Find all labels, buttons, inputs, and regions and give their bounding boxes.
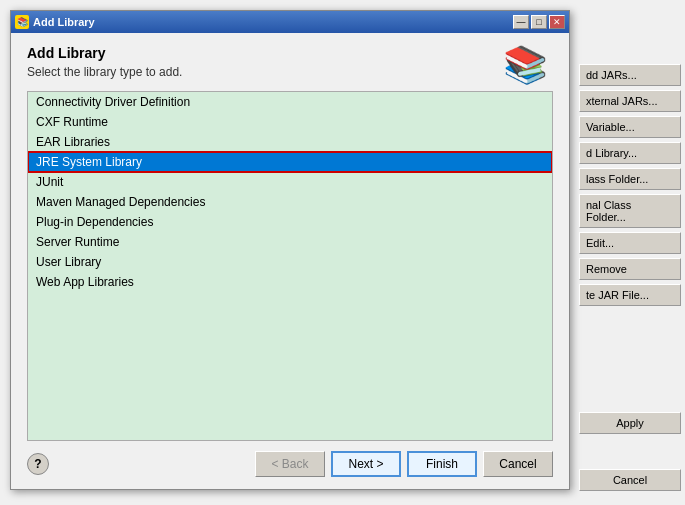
external-jars-button[interactable]: xternal JARs... xyxy=(579,90,681,112)
remove-button[interactable]: Remove xyxy=(579,258,681,280)
library-list-item[interactable]: Server Runtime xyxy=(28,232,552,252)
variable-button[interactable]: Variable... xyxy=(579,116,681,138)
close-button[interactable]: ✕ xyxy=(549,15,565,29)
library-list[interactable]: Connectivity Driver DefinitionCXF Runtim… xyxy=(27,91,553,441)
library-list-item[interactable]: Maven Managed Dependencies xyxy=(28,192,552,212)
footer-buttons: < Back Next > Finish Cancel xyxy=(255,451,553,477)
right-cancel-button[interactable]: Cancel xyxy=(579,469,681,491)
dialog-content: Add Library Select the library type to a… xyxy=(11,33,569,489)
dialog-header: Add Library Select the library type to a… xyxy=(27,45,553,79)
add-jars-button[interactable]: dd JARs... xyxy=(579,64,681,86)
dialog-subtitle: Select the library type to add. xyxy=(27,65,553,79)
library-list-item[interactable]: Web App Libraries xyxy=(28,272,552,292)
dialog-title-text: Add Library xyxy=(33,16,95,28)
apply-button-area: Apply xyxy=(575,408,685,438)
library-list-item[interactable]: JUnit xyxy=(28,172,552,192)
next-button[interactable]: Next > xyxy=(331,451,401,477)
title-bar-left: 📚 Add Library xyxy=(15,15,95,29)
edit-button[interactable]: Edit... xyxy=(579,232,681,254)
title-controls: — □ ✕ xyxy=(513,15,565,29)
add-library-dialog: 📚 Add Library — □ ✕ Add Library Select t… xyxy=(10,10,570,490)
right-panel: dd JARs... xternal JARs... Variable... d… xyxy=(575,60,685,310)
right-cancel-area: Cancel xyxy=(575,465,685,495)
library-icon: 📚 xyxy=(501,41,549,89)
library-list-item[interactable]: User Library xyxy=(28,252,552,272)
dialog-title-bar: 📚 Add Library — □ ✕ xyxy=(11,11,569,33)
help-button[interactable]: ? xyxy=(27,453,49,475)
maximize-button[interactable]: □ xyxy=(531,15,547,29)
library-list-item[interactable]: JRE System Library xyxy=(28,152,552,172)
footer-left: ? xyxy=(27,453,49,475)
library-list-item[interactable]: Plug-in Dependencies xyxy=(28,212,552,232)
dialog-footer: ? < Back Next > Finish Cancel xyxy=(27,441,553,477)
add-library-button[interactable]: d Library... xyxy=(579,142,681,164)
back-button[interactable]: < Back xyxy=(255,451,325,477)
dialog-icon: 📚 xyxy=(15,15,29,29)
dialog-heading: Add Library xyxy=(27,45,553,61)
migrate-jar-button[interactable]: te JAR File... xyxy=(579,284,681,306)
external-class-folder-button[interactable]: nal Class Folder... xyxy=(579,194,681,228)
apply-button[interactable]: Apply xyxy=(579,412,681,434)
library-list-item[interactable]: EAR Libraries xyxy=(28,132,552,152)
library-list-item[interactable]: Connectivity Driver Definition xyxy=(28,92,552,112)
cancel-button[interactable]: Cancel xyxy=(483,451,553,477)
class-folder-button[interactable]: lass Folder... xyxy=(579,168,681,190)
library-list-item[interactable]: CXF Runtime xyxy=(28,112,552,132)
finish-button[interactable]: Finish xyxy=(407,451,477,477)
minimize-button[interactable]: — xyxy=(513,15,529,29)
